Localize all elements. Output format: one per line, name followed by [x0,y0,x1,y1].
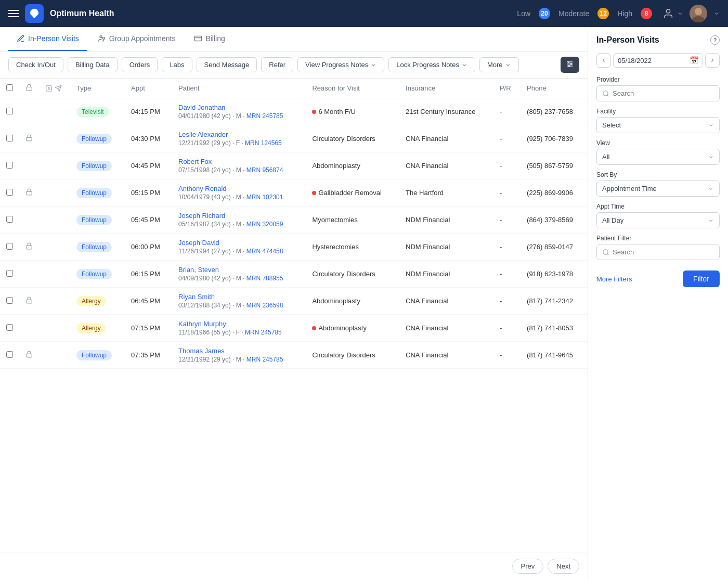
app-body: In-Person Visits Group Appointments Bill… [0,27,728,580]
more-button[interactable]: More [479,57,519,72]
lock-indicator-6 [19,261,39,288]
prev-button[interactable]: Prev [512,559,544,574]
mrn-link-4[interactable]: MRN 320059 [246,221,283,228]
tab-in-person[interactable]: In-Person Visits [8,27,87,51]
appointment-type-6: Followup [70,261,125,288]
mrn-link-9[interactable]: MRN 245785 [246,356,283,363]
lock-progress-notes-button[interactable]: Lock Progress Notes [388,57,475,72]
patient-filter-label: Patient Filter [596,235,720,242]
mrn-link-6[interactable]: MRN 788955 [246,275,283,282]
refer-button[interactable]: Refer [261,57,293,72]
patient-name-1[interactable]: Leslie Alexander [178,131,300,138]
patient-filter-search[interactable] [596,244,720,260]
insurance-0: 21st Century Insurance [399,98,493,125]
tab-billing[interactable]: Billing [186,27,233,51]
provider-search[interactable] [596,85,720,101]
provider-input[interactable] [613,89,714,97]
row-icons-7 [39,288,70,315]
patient-name-2[interactable]: Robert Fox [178,158,300,165]
pr-6: - [493,261,521,288]
appointment-type-5: Followup [70,234,125,261]
row-checkbox-3[interactable] [6,189,13,196]
row-checkbox-8[interactable] [6,324,13,331]
avatar[interactable] [690,5,707,22]
more-filters-link[interactable]: More Filters [596,275,632,283]
view-select[interactable]: All [596,149,720,165]
patient-info-5: Joseph David 11/26/1994 (27 yo) · M · MR… [172,234,306,261]
patient-name-8[interactable]: Kathryn Murphy [178,320,300,328]
insurance-9: CNA Financial [399,342,493,369]
patient-name-6[interactable]: Brian, Steven [178,266,300,274]
pr-1: - [493,125,521,152]
appointment-type-7: Allergy [70,288,125,315]
labs-button[interactable]: Labs [162,57,192,72]
appointment-time-7: 06:45 PM [125,288,172,315]
select-all-checkbox[interactable] [6,84,13,91]
row-checkbox-1[interactable] [6,135,13,141]
table-row: Televisit 04:15 PM David Jonathan 04/01/… [0,98,588,125]
mrn-link-5[interactable]: MRN 474458 [246,248,283,255]
mrn-link-0[interactable]: MRN 245785 [246,112,283,120]
check-in-out-button[interactable]: Check In/Out [8,57,63,72]
appointment-time-3: 05:15 PM [125,179,172,207]
sidebar-footer: More Filters Filter [596,270,720,287]
phone-4: (864) 379-8569 [521,207,588,234]
table-row: Followup 05:45 PM Joseph Richard 05/16/1… [0,207,588,234]
next-date-button[interactable] [705,53,720,68]
sort-by-select[interactable]: Appointment Time [596,181,720,197]
mrn-link-8[interactable]: MRN 245785 [245,329,282,336]
row-checkbox-0[interactable] [6,108,13,114]
appt-time-select[interactable]: All Day [596,212,720,228]
next-button[interactable]: Next [548,559,579,574]
insurance-6: NDM Financial [399,261,493,288]
row-checkbox-7[interactable] [6,297,13,304]
send-message-button[interactable]: Send Message [197,57,257,72]
facility-select[interactable]: Select [596,117,720,133]
appointment-time-1: 04:30 PM [125,125,172,152]
prev-date-button[interactable] [596,53,611,68]
row-checkbox-4[interactable] [6,216,13,223]
settings-button[interactable] [561,57,579,73]
help-icon[interactable]: ? [710,35,720,45]
view-progress-notes-button[interactable]: View Progress Notes [297,57,384,72]
mrn-link-3[interactable]: MRN 102301 [246,194,283,201]
main-content: In-Person Visits Group Appointments Bill… [0,27,588,580]
row-checkbox-9[interactable] [6,351,13,358]
table-row: Followup 06:00 PM Joseph David 11/26/199… [0,234,588,261]
table-row: Followup 05:15 PM Anthony Ronald 10/04/1… [0,179,588,207]
reason-6: Circulatory Disorders [306,261,399,288]
patient-name-9[interactable]: Thomas James [178,347,300,355]
menu-icon[interactable] [8,10,19,17]
date-field[interactable]: 05/18/2022 📅 [613,53,703,68]
lock-indicator-7 [19,288,39,315]
mrn-link-7[interactable]: MRN 236598 [246,302,283,309]
low-label: Low [517,9,530,18]
moderate-badge[interactable]: 12 [597,8,609,19]
patient-name-3[interactable]: Anthony Ronald [178,185,300,192]
tab-group-appointments[interactable]: Group Appointments [89,27,184,51]
mrn-link-2[interactable]: MRN 956874 [246,166,283,174]
billing-data-button[interactable]: Billing Data [68,57,118,72]
appointment-type-1: Followup [70,125,125,152]
patient-name-7[interactable]: Riyan Smith [178,293,300,301]
date-navigator: 05/18/2022 📅 [596,53,720,68]
orders-button[interactable]: Orders [122,57,158,72]
mrn-link-1[interactable]: MRN 124565 [245,139,282,147]
patient-name-4[interactable]: Joseph Richard [178,212,300,220]
high-badge[interactable]: 8 [641,8,652,19]
filter-button[interactable]: Filter [683,270,720,287]
row-checkbox-5[interactable] [6,243,13,250]
patient-name-5[interactable]: Joseph David [178,239,300,247]
row-checkbox-2[interactable] [6,162,13,169]
patient-filter-input[interactable] [613,248,714,256]
appointment-type-3: Followup [70,179,125,207]
patient-name-0[interactable]: David Jonathan [178,104,300,111]
user-menu[interactable] [662,8,683,19]
low-badge[interactable]: 20 [539,8,550,19]
view-label: View [596,139,720,147]
appt-time-label: Appt Time [596,203,720,210]
calendar-icon: 📅 [690,56,698,65]
row-icons-3 [39,179,70,207]
row-checkbox-6[interactable] [6,270,13,277]
pr-4: - [493,207,521,234]
